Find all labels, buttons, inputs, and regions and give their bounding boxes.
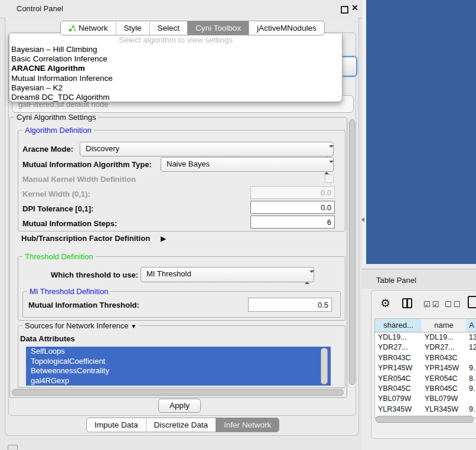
tab-style[interactable]: Style <box>116 21 149 35</box>
dpi-tolerance-field[interactable]: 0.0 <box>250 201 335 214</box>
tab-label: Cyni Toolbox <box>195 21 241 35</box>
column-header-name[interactable]: name <box>422 319 467 332</box>
attributes-scrollbar-thumb[interactable] <box>321 348 328 384</box>
expanded-arrow-icon: ▼ <box>131 323 136 330</box>
network-view-frame: GALGAL80GAL10GAL1GAL11GAL4SWI4GCY1HAP4YH… <box>366 0 476 264</box>
which-threshold-combo[interactable]: MI Threshold <box>141 267 314 282</box>
table-cell: YDR27... <box>422 343 469 353</box>
threshold-definition-title: Threshold Definition <box>22 252 96 261</box>
table-cell: YPR145W <box>422 363 469 373</box>
tab-infer-network[interactable]: Infer Network <box>216 418 279 432</box>
column-header-shared[interactable]: shared... <box>375 319 422 332</box>
algorithm-definition-title: Algorithm Definition <box>22 126 94 135</box>
control-panel-tabbar: NetworkStyleSelectCyni ToolboxjActiveMNo… <box>60 21 325 35</box>
table-row[interactable]: YBR045CYBR045C9. <box>375 384 476 394</box>
table-row[interactable]: YER054CYER054C8. <box>375 374 476 384</box>
algorithm-option-mutual-information-inference[interactable]: Mutual Information Inference <box>9 74 342 83</box>
table-cell: YBR043C <box>422 353 469 363</box>
float-panel-icon[interactable] <box>341 6 348 14</box>
column-header-a[interactable]: A <box>466 319 476 332</box>
tab-label: Discretize Data <box>154 418 208 432</box>
settings-vertical-scrollbar[interactable] <box>348 118 357 388</box>
table-cell: YBL079W <box>422 394 469 404</box>
tab-cyni-toolbox[interactable]: Cyni Toolbox <box>187 21 249 35</box>
stepper-arrows-icon <box>305 271 309 278</box>
tab-label: Style <box>124 21 142 35</box>
table-row[interactable]: YDR27...YDR27...12 <box>375 343 476 353</box>
data-attributes-label: Data Attributes <box>20 334 75 343</box>
tab-label: Select <box>158 21 180 35</box>
mi-steps-label: Mutual Information Steps: <box>22 219 117 228</box>
select-all-columns-icon[interactable]: ☑☑ <box>423 300 441 309</box>
attribute-item-betweennesscentrality[interactable]: BetweennessCentrality <box>26 366 331 376</box>
kernel-width-label: Kernel Width (0,1): <box>22 190 90 198</box>
mi-algorithm-type-value: Naive Bayes <box>167 158 210 171</box>
mi-algorithm-type-combo[interactable]: Naive Bayes <box>161 157 334 172</box>
gear-icon[interactable]: ⚙ <box>380 296 390 310</box>
attribute-item-topologicalcoefficient[interactable]: TopologicalCoefficient <box>26 357 331 367</box>
table-cell: YPR145W <box>375 363 425 373</box>
cyni-bottom-tabbar: Impute DataDiscretize DataInfer Network <box>86 418 279 432</box>
divider-collapse-icon[interactable] <box>361 217 364 222</box>
which-threshold-value: MI Threshold <box>146 268 191 281</box>
sources-title-text: Sources for Network Inference <box>25 321 129 330</box>
aracne-mode-combo[interactable]: Discovery <box>80 142 334 156</box>
export-table-icon[interactable] <box>468 296 476 308</box>
attribute-item-gal4rgexp[interactable]: gal4RGexp <box>26 376 331 386</box>
algorithm-dropdown: Select algorithm to view settings Bayesi… <box>9 34 343 102</box>
mi-threshold-field[interactable]: 0.5 <box>248 298 332 312</box>
close-icon[interactable]: ✕ <box>351 3 358 12</box>
mi-steps-value: 6 <box>327 218 331 227</box>
tab-label: Network <box>79 21 108 35</box>
table-row[interactable]: YBL079WYBL079W <box>375 394 476 404</box>
table-cell: YBR043C <box>375 353 425 363</box>
mi-threshold-label: Mutual Information Threshold: <box>28 301 139 309</box>
inference-algorithm-combo-fragment[interactable] <box>340 56 357 77</box>
aracne-mode-value: Discovery <box>86 142 119 155</box>
settings-horizontal-scrollbar[interactable] <box>10 388 347 397</box>
table-row[interactable]: YBR043CYBR043C <box>375 353 476 363</box>
algorithm-dropdown-list: Bayesian – Hill ClimbingBasic Correlatio… <box>9 45 342 102</box>
algorithm-option-bayesian-k2[interactable]: Bayesian – K2 <box>9 83 342 93</box>
tab-label: Impute Data <box>94 418 138 432</box>
hub-section-label[interactable]: Hub/Transcription Factor Definition <box>21 234 150 243</box>
sources-group-title[interactable]: Sources for Network Inference ▼ <box>22 321 139 330</box>
algorithm-option-basic-correlation-inference[interactable]: Basic Correlation Inference <box>9 54 342 64</box>
algorithm-option-dream8-dc-tdc-algorithm[interactable]: Dream8 DC_TDC Algorithm <box>9 93 342 102</box>
algorithm-option-bayesian-hill-climbing[interactable]: Bayesian – Hill Climbing <box>9 45 342 54</box>
apply-button[interactable]: Apply <box>158 399 201 413</box>
table-horizontal-scrollbar-thumb[interactable] <box>376 416 474 423</box>
which-threshold-label: Which threshold to use: <box>51 270 138 279</box>
stepper-arrows-icon <box>324 146 329 153</box>
settings-horizontal-scrollbar-thumb[interactable] <box>12 389 344 396</box>
mi-threshold-value: 0.5 <box>318 301 328 309</box>
table-cell: YER054C <box>375 374 425 384</box>
table-cell: YDL19... <box>422 332 469 343</box>
table-row[interactable]: YDL19...YDL19...13 <box>375 332 476 343</box>
tab-discretize-data[interactable]: Discretize Data <box>146 418 216 432</box>
table-cell: 8. <box>466 374 476 384</box>
tab-label: jActiveMNodules <box>257 21 317 35</box>
tab-network[interactable]: Network <box>61 21 116 35</box>
deselect-all-columns-icon[interactable]: ☐☐ <box>445 300 462 309</box>
tab-select[interactable]: Select <box>149 21 188 35</box>
attribute-item-selfloops[interactable]: SelfLoops <box>26 347 331 357</box>
kernel-width-value: 0.0 <box>321 188 331 197</box>
kernel-width-field[interactable]: 0.0 <box>250 186 335 199</box>
mi-steps-field[interactable]: 6 <box>250 216 335 229</box>
tab-impute-data[interactable]: Impute Data <box>87 418 146 432</box>
dock-panel-icon[interactable] <box>8 445 18 450</box>
manual-kernel-checkbox[interactable] <box>325 174 334 183</box>
collapsed-arrow-icon[interactable]: ▶ <box>161 234 166 243</box>
table-cell: YBR045C <box>422 384 469 394</box>
settings-vertical-scrollbar-thumb[interactable] <box>349 119 356 385</box>
table-panel-body: ⚙ ☑☑ ☐☐ shared...nameA YDL19...YDL19...1… <box>371 290 476 439</box>
split-panel-icon[interactable] <box>402 298 412 308</box>
aracne-mode-label: Aracne Mode: <box>22 145 73 154</box>
table-cell: YBR045C <box>375 384 425 394</box>
algorithm-option-aracne-algorithm[interactable]: ARACNE Algorithm <box>9 64 342 73</box>
tab-jactivemnodules[interactable]: jActiveMNodules <box>249 21 324 35</box>
dpi-tolerance-label: DPI Tolerance [0,1]: <box>22 204 93 213</box>
table-row[interactable]: YPR145WYPR145W9. <box>375 363 476 373</box>
table-row[interactable]: YLR345WYLR345W9. <box>375 405 476 415</box>
